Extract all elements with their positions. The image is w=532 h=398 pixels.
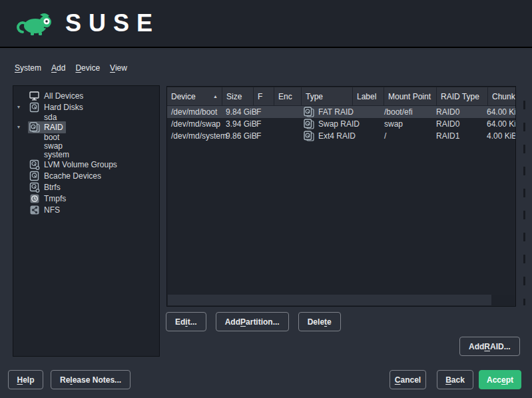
sidebar-item-sda[interactable]: sda [13,113,159,121]
column-header-label: Chunk Size [492,92,516,101]
table-row-dev-md-system[interactable]: /dev/md/system9.86 GiBFExt4 RAID/RAID14.… [167,130,515,142]
raid-icon [303,107,315,117]
menu-device[interactable]: Device [75,63,100,73]
cell-type-label: FAT RAID [318,107,354,117]
cell-f: F [252,119,272,129]
raid-icon [303,131,315,141]
sidebar-item-tmpfs[interactable]: Tmpfs [13,193,159,204]
column-header-chunk-size[interactable]: Chunk Size [488,87,516,105]
sidebar-item-nfs[interactable]: NFS [13,204,159,215]
cell-type-label: Ext4 RAID [318,131,356,141]
sidebar-item-hard-disks[interactable]: ▾Hard Disks [13,101,159,113]
table-actions-bar: Edit... Add Partition... Delete [166,312,341,331]
column-header-type[interactable]: Type [302,87,352,105]
banner: SUSE [0,0,532,48]
add-partition-button[interactable]: Add Partition... [216,312,289,331]
column-header-f[interactable]: F [254,87,274,105]
raid-icon [29,122,41,133]
column-header-label: Enc [278,92,292,101]
cell-type-label: Swap RAID [318,119,360,129]
raid-icon [303,119,315,129]
column-header-label[interactable]: Label [353,87,384,105]
suse-chameleon-logo-icon [13,5,56,41]
disk-icon [29,171,41,181]
device-tree-panel: All Devices▾Hard Diskssda▾RAIDbootswapsy… [13,85,160,357]
sidebar-item-bcache-devices[interactable]: Bcache Devices [13,170,159,181]
table-header-row: Device▲SizeFEncTypeLabelMount PointRAID … [167,87,515,105]
menubar: SystemAddDeviceView [15,63,127,73]
sidebar-item-label: system [44,150,69,159]
sidebar-item-all-devices[interactable]: All Devices [13,90,159,101]
column-header-label: Mount Point [388,92,431,101]
cancel-button[interactable]: Cancel [390,370,426,389]
sidebar-item-system[interactable]: system [13,150,159,159]
column-header-mount-point[interactable]: Mount Point [384,87,436,105]
column-header-label: Label [357,92,376,101]
sidebar-item-label: Bcache Devices [44,171,101,181]
table-body: /dev/md/boot9.84 GiBFFAT RAID/boot/efiRA… [167,106,515,142]
sidebar-item-swap[interactable]: swap [13,141,159,150]
expander-arrow-icon[interactable]: ▾ [17,104,28,110]
sidebar-item-label: All Devices [44,91,83,101]
disk-badge-icon [29,182,41,193]
computer-icon [29,91,41,101]
sidebar-item-label: LVM Volume Groups [44,160,117,169]
release-notes-button[interactable]: Release Notes... [51,370,131,389]
cell-f: F [252,107,272,117]
cell-f: F [252,131,272,141]
device-table-panel: Device▲SizeFEncTypeLabelMount PointRAID … [166,86,516,307]
splitter-handle[interactable] [523,87,525,305]
table-row-dev-md-swap[interactable]: /dev/md/swap3.94 GiBFSwap RAIDswapRAID06… [167,118,515,130]
horizontal-scrollbar-thumb[interactable] [168,295,491,305]
cell-size: 3.94 GiB [222,119,252,129]
column-header-device[interactable]: Device▲ [167,87,222,105]
sidebar-item-boot[interactable]: boot [13,133,159,141]
cell-size: 9.84 GiB [222,107,252,117]
suse-logotype: SUSE [65,11,160,35]
column-header-label: RAID Type [441,92,479,101]
table-row-dev-md-boot[interactable]: /dev/md/boot9.84 GiBFFAT RAID/boot/efiRA… [167,106,515,118]
column-header-label: F [258,92,262,101]
cell-mount-point: /boot/efi [380,107,432,117]
cell-chunk-size: 4.00 KiB [483,131,516,141]
back-button[interactable]: Back [437,370,473,389]
cell-type: FAT RAID [299,107,350,117]
delete-button[interactable]: Delete [298,312,341,331]
column-header-enc[interactable]: Enc [274,87,301,105]
add-raid-button[interactable]: Add RAID... [459,337,520,356]
column-header-raid-type[interactable]: RAID Type [437,87,487,105]
cell-device: /dev/md/boot [167,107,222,117]
share-icon [29,205,41,215]
clock-icon [29,193,41,204]
cell-raid-type: RAID0 [432,107,483,117]
cell-device: /dev/md/system [167,131,222,141]
column-header-label: Device [171,92,196,101]
edit-button[interactable]: Edit... [166,312,206,331]
horizontal-scrollbar[interactable] [168,295,515,305]
sidebar-item-label: Hard Disks [44,103,83,112]
sidebar-item-label: RAID [44,123,63,132]
sidebar-item-lvm-volume-groups[interactable]: LVM Volume Groups [13,159,159,170]
accept-button[interactable]: Accept [479,370,521,389]
column-header-label: Size [226,92,242,101]
cell-size: 9.86 GiB [222,131,252,141]
sort-ascending-icon: ▲ [204,94,218,99]
sidebar-item-label: Btrfs [44,183,61,192]
help-button[interactable]: Help [8,370,43,389]
cell-chunk-size: 64.00 KiB [483,119,516,129]
cell-type: Ext4 RAID [299,131,350,141]
cell-raid-type: RAID1 [432,131,483,141]
sidebar-item-btrfs[interactable]: Btrfs [13,181,159,193]
column-header-size[interactable]: Size [222,87,253,105]
disk-badge-icon [29,159,41,170]
sidebar-item-label: NFS [44,205,60,215]
menu-view[interactable]: View [110,63,127,73]
cell-raid-type: RAID0 [432,119,483,129]
sidebar-item-raid[interactable]: ▾RAID [13,121,159,133]
expander-arrow-icon[interactable]: ▾ [17,124,28,130]
menu-add[interactable]: Add [51,63,65,73]
sidebar-item-label: Tmpfs [44,194,66,203]
yast-partitioner-window: SUSE SystemAddDeviceView All Devices▾Har… [0,0,532,398]
menu-system[interactable]: System [15,63,41,73]
sidebar-item-label: swap [44,141,63,151]
